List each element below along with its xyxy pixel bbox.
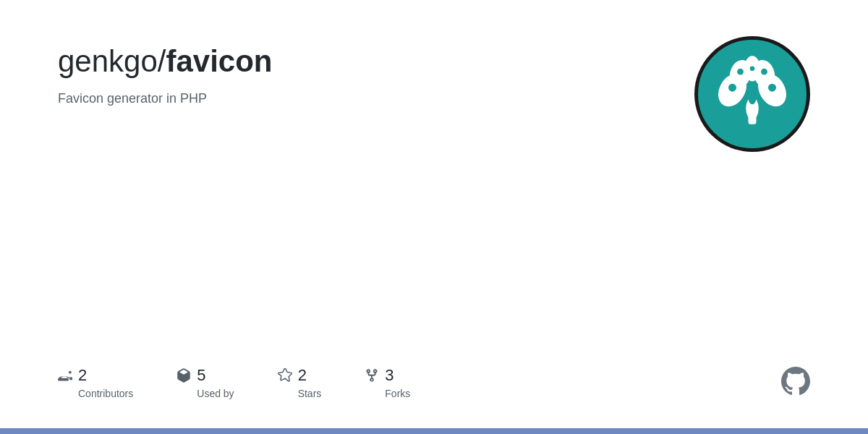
svg-rect-6	[749, 111, 757, 124]
repo-title-section: genkgo/favicon Favicon generator in PHP	[58, 43, 273, 106]
svg-point-9	[737, 69, 744, 75]
used-by-label: Used by	[176, 388, 234, 399]
stat-contributors-top: 2	[58, 366, 87, 385]
stat-forks[interactable]: 3 Forks	[365, 366, 454, 399]
repo-separator: /	[158, 44, 166, 78]
bottom-bar	[0, 428, 868, 434]
package-icon	[176, 368, 191, 383]
logo-svg	[712, 54, 792, 134]
used-by-count: 5	[197, 366, 205, 385]
github-logo-icon	[781, 367, 810, 396]
stat-forks-top: 3	[365, 366, 393, 385]
svg-point-11	[750, 67, 755, 72]
contributors-count: 2	[78, 366, 87, 385]
contributors-label: Contributors	[58, 388, 133, 399]
svg-point-10	[761, 69, 767, 75]
repo-description: Favicon generator in PHP	[58, 91, 273, 106]
stat-stars-top: 2	[278, 366, 307, 385]
forks-count: 3	[385, 366, 393, 385]
main-content: genkgo/favicon Favicon generator in PHP	[0, 0, 868, 428]
github-icon-right[interactable]	[781, 367, 810, 399]
stat-used-by-top: 5	[176, 366, 205, 385]
stars-count: 2	[298, 366, 307, 385]
repo-owner[interactable]: genkgo	[58, 44, 158, 78]
people-icon	[58, 368, 72, 383]
fork-icon	[365, 368, 379, 383]
svg-point-12	[749, 92, 757, 105]
repo-logo	[694, 36, 810, 152]
stat-used-by[interactable]: 5 Used by	[176, 366, 277, 399]
stars-label: Stars	[278, 388, 322, 399]
stat-stars[interactable]: 2 Stars	[278, 366, 365, 399]
repo-title: genkgo/favicon	[58, 43, 273, 80]
svg-point-8	[768, 84, 776, 92]
forks-label: Forks	[365, 388, 410, 399]
repo-name[interactable]: favicon	[166, 44, 272, 78]
stats-section: 2 Contributors 5 Used by	[58, 337, 810, 399]
svg-point-7	[728, 84, 736, 92]
repo-header: genkgo/favicon Favicon generator in PHP	[58, 43, 810, 152]
stat-contributors[interactable]: 2 Contributors	[58, 366, 176, 399]
star-icon	[278, 368, 292, 383]
